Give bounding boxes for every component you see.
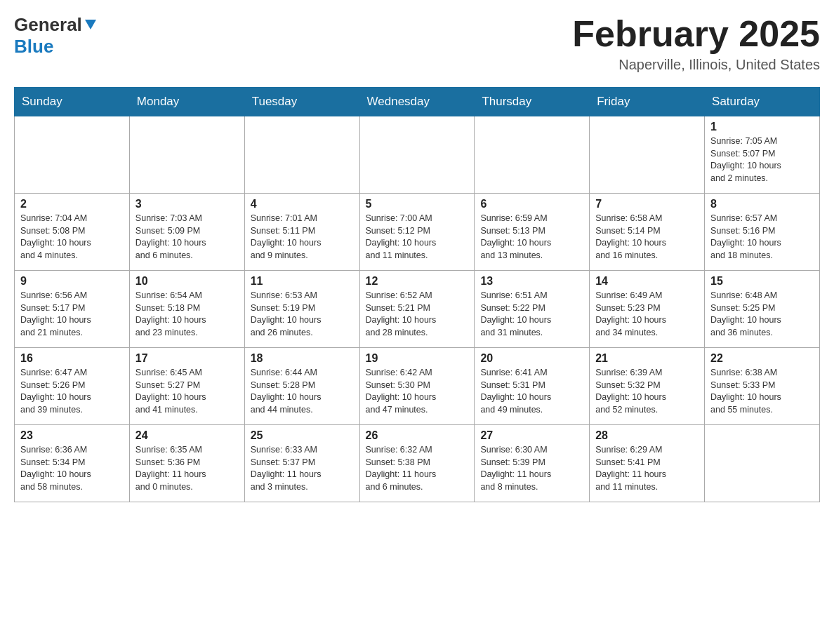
day-number: 16	[20, 352, 124, 365]
calendar-cell: 9Sunrise: 6:56 AM Sunset: 5:17 PM Daylig…	[15, 271, 130, 348]
day-number: 28	[595, 429, 699, 442]
day-number: 14	[595, 275, 699, 288]
day-info: Sunrise: 6:52 AM Sunset: 5:21 PM Dayligh…	[366, 290, 469, 339]
calendar-cell: 19Sunrise: 6:42 AM Sunset: 5:30 PM Dayli…	[359, 348, 475, 425]
calendar-cell: 21Sunrise: 6:39 AM Sunset: 5:32 PM Dayli…	[590, 348, 705, 425]
calendar-cell: 3Sunrise: 7:03 AM Sunset: 5:09 PM Daylig…	[129, 194, 244, 271]
title-section: February 2025 Naperville, Illinois, Unit…	[572, 14, 820, 73]
calendar-cell: 4Sunrise: 7:01 AM Sunset: 5:11 PM Daylig…	[244, 194, 359, 271]
page-header: General Blue February 2025 Naperville, I…	[14, 14, 820, 73]
day-info: Sunrise: 6:54 AM Sunset: 5:18 PM Dayligh…	[135, 290, 239, 339]
svg-marker-0	[85, 20, 96, 29]
day-info: Sunrise: 7:00 AM Sunset: 5:12 PM Dayligh…	[366, 213, 469, 262]
logo-triangle-icon	[84, 17, 98, 31]
day-number: 13	[480, 275, 583, 288]
day-info: Sunrise: 7:05 AM Sunset: 5:07 PM Dayligh…	[710, 135, 814, 185]
calendar-cell: 6Sunrise: 6:59 AM Sunset: 5:13 PM Daylig…	[475, 194, 590, 271]
weekday-header-wednesday: Wednesday	[359, 88, 475, 116]
day-number: 6	[480, 198, 583, 210]
day-number: 17	[135, 352, 239, 365]
calendar-cell: 10Sunrise: 6:54 AM Sunset: 5:18 PM Dayli…	[129, 271, 244, 348]
calendar-cell: 12Sunrise: 6:52 AM Sunset: 5:21 PM Dayli…	[359, 271, 475, 348]
day-info: Sunrise: 7:04 AM Sunset: 5:08 PM Dayligh…	[20, 213, 124, 262]
calendar-cell: 18Sunrise: 6:44 AM Sunset: 5:28 PM Dayli…	[244, 348, 359, 425]
calendar-cell: 16Sunrise: 6:47 AM Sunset: 5:26 PM Dayli…	[15, 348, 130, 425]
day-info: Sunrise: 6:41 AM Sunset: 5:31 PM Dayligh…	[480, 367, 583, 416]
calendar-body: 1Sunrise: 7:05 AM Sunset: 5:07 PM Daylig…	[15, 116, 820, 502]
logo: General Blue	[14, 14, 98, 58]
calendar-cell: 2Sunrise: 7:04 AM Sunset: 5:08 PM Daylig…	[15, 194, 130, 271]
day-number: 23	[20, 429, 124, 442]
calendar-cell: 17Sunrise: 6:45 AM Sunset: 5:27 PM Dayli…	[129, 348, 244, 425]
day-info: Sunrise: 6:53 AM Sunset: 5:19 PM Dayligh…	[251, 290, 354, 339]
day-number: 27	[480, 429, 583, 442]
day-number: 1	[710, 121, 814, 133]
calendar-cell	[590, 116, 705, 194]
calendar-cell: 27Sunrise: 6:30 AM Sunset: 5:39 PM Dayli…	[475, 425, 590, 502]
day-info: Sunrise: 6:42 AM Sunset: 5:30 PM Dayligh…	[366, 367, 469, 416]
day-info: Sunrise: 7:03 AM Sunset: 5:09 PM Dayligh…	[135, 213, 239, 262]
logo-blue-text: Blue	[14, 36, 53, 57]
day-info: Sunrise: 6:38 AM Sunset: 5:33 PM Dayligh…	[710, 367, 814, 416]
calendar-week-row: 23Sunrise: 6:36 AM Sunset: 5:34 PM Dayli…	[15, 425, 820, 502]
day-number: 22	[710, 352, 814, 365]
calendar-header: SundayMondayTuesdayWednesdayThursdayFrid…	[15, 88, 820, 116]
calendar-cell	[15, 116, 130, 194]
day-number: 2	[20, 198, 124, 210]
day-info: Sunrise: 6:59 AM Sunset: 5:13 PM Dayligh…	[480, 213, 583, 262]
calendar-cell: 25Sunrise: 6:33 AM Sunset: 5:37 PM Dayli…	[244, 425, 359, 502]
day-info: Sunrise: 6:58 AM Sunset: 5:14 PM Dayligh…	[595, 213, 699, 262]
day-number: 11	[251, 275, 354, 288]
day-number: 12	[366, 275, 469, 288]
day-number: 9	[20, 275, 124, 288]
day-info: Sunrise: 6:39 AM Sunset: 5:32 PM Dayligh…	[595, 367, 699, 416]
day-number: 26	[366, 429, 469, 442]
calendar-cell: 23Sunrise: 6:36 AM Sunset: 5:34 PM Dayli…	[15, 425, 130, 502]
day-info: Sunrise: 6:56 AM Sunset: 5:17 PM Dayligh…	[20, 290, 124, 339]
day-info: Sunrise: 6:57 AM Sunset: 5:16 PM Dayligh…	[710, 213, 814, 262]
day-number: 21	[595, 352, 699, 365]
calendar-cell: 15Sunrise: 6:48 AM Sunset: 5:25 PM Dayli…	[705, 271, 820, 348]
weekday-header-thursday: Thursday	[475, 88, 590, 116]
calendar-cell: 14Sunrise: 6:49 AM Sunset: 5:23 PM Dayli…	[590, 271, 705, 348]
day-number: 18	[251, 352, 354, 365]
day-info: Sunrise: 6:29 AM Sunset: 5:41 PM Dayligh…	[595, 444, 699, 493]
weekday-header-tuesday: Tuesday	[244, 88, 359, 116]
day-info: Sunrise: 6:45 AM Sunset: 5:27 PM Dayligh…	[135, 367, 239, 416]
weekday-header-sunday: Sunday	[15, 88, 130, 116]
day-info: Sunrise: 6:48 AM Sunset: 5:25 PM Dayligh…	[710, 290, 814, 339]
day-number: 4	[251, 198, 354, 210]
calendar-cell: 5Sunrise: 7:00 AM Sunset: 5:12 PM Daylig…	[359, 194, 475, 271]
calendar-cell: 1Sunrise: 7:05 AM Sunset: 5:07 PM Daylig…	[705, 116, 820, 194]
day-number: 15	[710, 275, 814, 288]
day-info: Sunrise: 6:35 AM Sunset: 5:36 PM Dayligh…	[135, 444, 239, 493]
day-number: 8	[710, 198, 814, 210]
day-number: 7	[595, 198, 699, 210]
calendar-cell: 7Sunrise: 6:58 AM Sunset: 5:14 PM Daylig…	[590, 194, 705, 271]
weekday-header-row: SundayMondayTuesdayWednesdayThursdayFrid…	[15, 88, 820, 116]
weekday-header-saturday: Saturday	[705, 88, 820, 116]
day-info: Sunrise: 6:30 AM Sunset: 5:39 PM Dayligh…	[480, 444, 583, 493]
day-info: Sunrise: 6:47 AM Sunset: 5:26 PM Dayligh…	[20, 367, 124, 416]
calendar-cell	[129, 116, 244, 194]
day-info: Sunrise: 6:36 AM Sunset: 5:34 PM Dayligh…	[20, 444, 124, 493]
day-number: 10	[135, 275, 239, 288]
month-title: February 2025	[572, 14, 820, 54]
day-info: Sunrise: 7:01 AM Sunset: 5:11 PM Dayligh…	[251, 213, 354, 262]
day-number: 19	[366, 352, 469, 365]
day-info: Sunrise: 6:32 AM Sunset: 5:38 PM Dayligh…	[366, 444, 469, 493]
day-number: 25	[251, 429, 354, 442]
calendar-cell: 22Sunrise: 6:38 AM Sunset: 5:33 PM Dayli…	[705, 348, 820, 425]
day-info: Sunrise: 6:51 AM Sunset: 5:22 PM Dayligh…	[480, 290, 583, 339]
logo-general-text: General	[14, 14, 82, 36]
calendar-cell	[475, 116, 590, 194]
day-info: Sunrise: 6:44 AM Sunset: 5:28 PM Dayligh…	[251, 367, 354, 416]
calendar-cell: 20Sunrise: 6:41 AM Sunset: 5:31 PM Dayli…	[475, 348, 590, 425]
weekday-header-monday: Monday	[129, 88, 244, 116]
calendar-week-row: 2Sunrise: 7:04 AM Sunset: 5:08 PM Daylig…	[15, 194, 820, 271]
weekday-header-friday: Friday	[590, 88, 705, 116]
location-subtitle: Naperville, Illinois, United States	[572, 57, 820, 73]
day-number: 3	[135, 198, 239, 210]
calendar-week-row: 1Sunrise: 7:05 AM Sunset: 5:07 PM Daylig…	[15, 116, 820, 194]
day-number: 5	[366, 198, 469, 210]
